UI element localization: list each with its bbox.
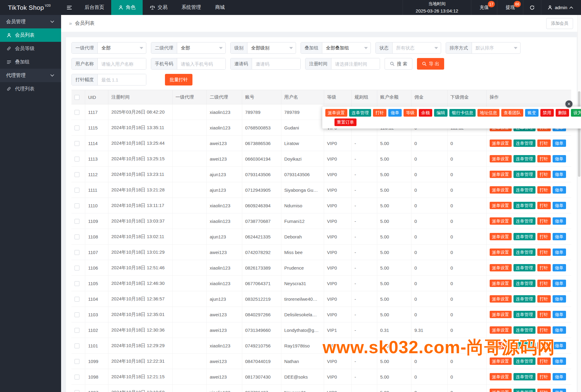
row-checkbox[interactable] xyxy=(75,172,79,177)
popup-action-button[interactable]: 地址信息 xyxy=(477,109,499,117)
row-action-button[interactable]: 打针 xyxy=(537,171,551,178)
nav-menu-item[interactable]: 交易 xyxy=(143,0,174,15)
user-menu[interactable]: admin xyxy=(541,0,581,15)
row-checkbox[interactable] xyxy=(75,157,79,162)
filter-input-field[interactable] xyxy=(331,58,380,69)
row-action-button[interactable]: 打针 xyxy=(537,295,551,303)
sidebar-item[interactable]: 叠加组 xyxy=(0,55,61,69)
popup-action-button[interactable]: 派单设置 xyxy=(325,109,347,117)
row-action-button[interactable]: 做单 xyxy=(553,326,566,334)
filter-input-field[interactable] xyxy=(98,58,146,69)
row-action-button[interactable]: 做单 xyxy=(553,186,566,194)
filter-select-field[interactable]: 全部级别 xyxy=(247,42,296,53)
inject-range-input[interactable] xyxy=(98,74,146,85)
row-action-button[interactable]: 派单设置 xyxy=(490,171,512,178)
row-action-button[interactable]: 打针 xyxy=(537,202,551,209)
row-action-button[interactable]: 打针 xyxy=(537,373,551,381)
recharge-button[interactable]: 充值 17 xyxy=(471,0,497,15)
row-action-button[interactable]: 连单管理 xyxy=(513,217,535,225)
row-action-button[interactable]: 派单设置 xyxy=(490,217,512,225)
filter-select-field[interactable]: 全部叠加组 xyxy=(322,42,371,53)
nav-menu-item[interactable]: 系统管理 xyxy=(174,0,208,15)
row-action-button[interactable]: 做单 xyxy=(553,311,566,318)
row-checkbox[interactable] xyxy=(75,297,79,302)
popup-action-button[interactable]: 连单管理 xyxy=(349,109,371,117)
row-action-button[interactable]: 做单 xyxy=(553,202,566,209)
row-action-button[interactable]: 派单设置 xyxy=(490,326,512,334)
nav-menu-item[interactable]: 后台首页 xyxy=(78,0,111,15)
row-checkbox[interactable] xyxy=(75,343,79,348)
row-action-button[interactable]: 连单管理 xyxy=(513,342,535,350)
row-action-button[interactable]: 做单 xyxy=(553,295,566,303)
row-action-button[interactable]: 打针 xyxy=(537,217,551,225)
row-action-button[interactable]: 连单管理 xyxy=(513,140,535,147)
row-checkbox[interactable] xyxy=(75,203,79,208)
row-action-button[interactable]: 连单管理 xyxy=(513,311,535,318)
row-action-button[interactable]: 派单设置 xyxy=(490,249,512,256)
row-action-button[interactable]: 连单管理 xyxy=(513,202,535,209)
row-checkbox[interactable] xyxy=(75,141,79,146)
row-action-button[interactable]: 连单管理 xyxy=(513,171,535,178)
popup-action-button[interactable]: 做单 xyxy=(388,109,402,117)
filter-input-field[interactable] xyxy=(252,58,300,69)
row-action-button[interactable]: 做单 xyxy=(553,373,566,381)
nav-menu-item[interactable]: 商城 xyxy=(208,0,232,15)
row-action-button[interactable]: 做单 xyxy=(553,389,566,392)
row-action-button[interactable]: 打针 xyxy=(537,342,551,350)
filter-select-field[interactable]: 全部 xyxy=(177,42,225,53)
filter-select-field[interactable]: 所有状态 xyxy=(393,42,441,53)
row-action-button[interactable]: 连单管理 xyxy=(513,389,535,392)
row-action-button[interactable]: 连单管理 xyxy=(513,155,535,163)
row-checkbox[interactable] xyxy=(75,281,79,286)
row-action-button[interactable]: 做单 xyxy=(553,217,566,225)
batch-inject-button[interactable]: 批量打针 xyxy=(165,74,192,85)
row-action-button[interactable]: 打针 xyxy=(537,358,551,365)
row-checkbox[interactable] xyxy=(75,188,79,193)
row-action-button[interactable]: 派单设置 xyxy=(490,389,512,392)
row-checkbox[interactable] xyxy=(75,234,79,239)
refresh-button[interactable] xyxy=(523,0,541,15)
row-action-button[interactable]: 做单 xyxy=(553,233,566,241)
row-action-button[interactable]: 派单设置 xyxy=(490,186,512,194)
row-checkbox[interactable] xyxy=(75,125,79,130)
row-action-button[interactable]: 连单管理 xyxy=(513,373,535,381)
row-action-button[interactable]: 连单管理 xyxy=(513,233,535,241)
popup-action-button[interactable]: 账变 xyxy=(525,109,539,117)
nav-menu-item[interactable]: 角色 xyxy=(111,0,143,15)
popup-action-button[interactable]: 等级 xyxy=(404,109,417,117)
sidebar-group-header[interactable]: 代理管理 xyxy=(0,69,61,82)
popup-action-button[interactable]: 重置订单 xyxy=(334,118,356,126)
row-checkbox[interactable] xyxy=(75,328,79,333)
row-action-button[interactable]: 打针 xyxy=(537,264,551,272)
search-button[interactable]: 搜 索 xyxy=(385,58,412,70)
popup-action-button[interactable]: 查看团队 xyxy=(501,109,523,117)
popup-action-button[interactable]: 银行卡信息 xyxy=(449,109,476,117)
filter-select-field[interactable]: 默认排序 xyxy=(472,42,520,53)
row-checkbox[interactable] xyxy=(75,390,79,392)
row-action-button[interactable]: 打针 xyxy=(537,233,551,241)
row-action-button[interactable]: 打针 xyxy=(537,155,551,163)
popup-action-button[interactable]: 禁用 xyxy=(540,109,554,117)
row-checkbox[interactable] xyxy=(75,219,79,224)
row-action-button[interactable]: 派单设置 xyxy=(490,342,512,350)
row-action-button[interactable]: 做单 xyxy=(553,280,566,287)
row-action-button[interactable]: 打针 xyxy=(537,280,551,287)
row-checkbox[interactable] xyxy=(75,375,79,379)
popup-action-button[interactable]: 余额 xyxy=(419,109,432,117)
export-button[interactable]: 导 出 xyxy=(417,58,444,70)
row-action-button[interactable]: 连单管理 xyxy=(513,249,535,256)
sidebar-item[interactable]: 会员等级 xyxy=(0,42,61,55)
sidebar-toggle-button[interactable] xyxy=(61,0,78,15)
sidebar-group-header[interactable]: 会员管理 xyxy=(0,15,61,28)
popup-action-button[interactable]: 设为假人 xyxy=(571,109,581,117)
row-action-button[interactable]: 派单设置 xyxy=(490,264,512,272)
row-action-button[interactable]: 派单设置 xyxy=(490,202,512,209)
vertical-scrollbar[interactable] xyxy=(577,15,581,392)
add-member-button[interactable]: 添加会员 xyxy=(546,18,573,29)
row-action-button[interactable]: 打针 xyxy=(537,389,551,392)
row-action-button[interactable]: 做单 xyxy=(553,171,566,178)
row-action-button[interactable]: 连单管理 xyxy=(513,295,535,303)
row-action-button[interactable]: 做单 xyxy=(553,358,566,365)
sidebar-item[interactable]: 代理列表 xyxy=(0,82,61,96)
row-action-button[interactable]: 连单管理 xyxy=(513,264,535,272)
